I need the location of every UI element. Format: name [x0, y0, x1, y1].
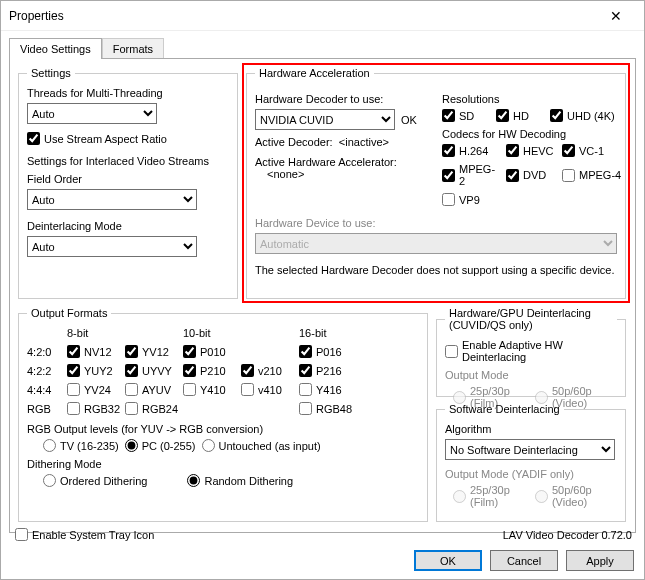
fmt-yv12-checkbox[interactable]	[125, 345, 138, 358]
fmt-rgb24-checkbox[interactable]	[125, 402, 138, 415]
col-16bit: 16-bit	[299, 327, 357, 339]
field-order-label: Field Order	[27, 173, 229, 185]
hw-device-label: Hardware Device to use:	[255, 217, 617, 229]
fmt-p210-checkbox[interactable]	[183, 364, 196, 377]
res-hd-checkbox[interactable]	[496, 109, 509, 122]
fmt-v410-checkbox[interactable]	[241, 383, 254, 396]
dither-ordered-radio[interactable]	[43, 474, 56, 487]
version-label: LAV Video Decoder 0.72.0	[503, 529, 632, 541]
output-formats-legend: Output Formats	[27, 307, 111, 319]
row-rgb: RGB	[27, 403, 67, 415]
fmt-yv24-checkbox[interactable]	[67, 383, 80, 396]
active-accel-value: <none>	[267, 168, 435, 180]
active-decoder-value: <inactive>	[339, 136, 389, 148]
fmt-v210-checkbox[interactable]	[241, 364, 254, 377]
ok-button[interactable]: OK	[414, 550, 482, 571]
stream-aspect-ratio-checkbox[interactable]	[27, 132, 40, 145]
sw-deint-film-radio	[453, 490, 466, 503]
dither-random-radio[interactable]	[187, 474, 200, 487]
fmt-ayuv-checkbox[interactable]	[125, 383, 138, 396]
rgb-untouched-radio[interactable]	[202, 439, 215, 452]
rgb-levels-label: RGB Output levels (for YUV -> RGB conver…	[27, 423, 419, 435]
fmt-yuy2-checkbox[interactable]	[67, 364, 80, 377]
fmt-p010-checkbox[interactable]	[183, 345, 196, 358]
sw-deint-video-radio	[535, 490, 548, 503]
threads-select[interactable]: Auto	[27, 103, 157, 124]
algorithm-select[interactable]: No Software Deinterlacing	[445, 439, 615, 460]
threads-label: Threads for Multi-Threading	[27, 87, 229, 99]
enable-adaptive-hw-deint-checkbox[interactable]	[445, 345, 458, 358]
window-title: Properties	[9, 9, 596, 23]
hw-decoder-select[interactable]: NVIDIA CUVID	[255, 109, 395, 130]
res-uhd-checkbox[interactable]	[550, 109, 563, 122]
fmt-rgb48-checkbox[interactable]	[299, 402, 312, 415]
tab-video-settings[interactable]: Video Settings	[9, 38, 102, 59]
hw-deint-film-radio	[453, 391, 466, 404]
hw-deint-legend: Hardware/GPU Deinterlacing (CUVID/QS onl…	[445, 307, 617, 331]
sw-deint-legend: Software Deinterlacing	[445, 403, 564, 415]
hw-device-warning: The selected Hardware Decoder does not s…	[255, 264, 617, 276]
fmt-uyvy-checkbox[interactable]	[125, 364, 138, 377]
res-sd-checkbox[interactable]	[442, 109, 455, 122]
active-decoder-label: Active Decoder:	[255, 136, 333, 148]
apply-button[interactable]: Apply	[566, 550, 634, 571]
fmt-nv12-checkbox[interactable]	[67, 345, 80, 358]
fmt-rgb32-checkbox[interactable]	[67, 402, 80, 415]
fmt-y416-checkbox[interactable]	[299, 383, 312, 396]
fmt-p216-checkbox[interactable]	[299, 364, 312, 377]
hw-deint-output-mode-label: Output Mode	[445, 369, 617, 381]
sw-deint-output-mode-label: Output Mode (YADIF only)	[445, 468, 617, 480]
codecs-label: Codecs for HW Decoding	[442, 128, 622, 140]
dithering-mode-label: Dithering Mode	[27, 458, 419, 470]
active-accel-label: Active Hardware Accelerator:	[255, 156, 435, 168]
decoder-label: Hardware Decoder to use:	[255, 93, 435, 105]
fmt-y410-checkbox[interactable]	[183, 383, 196, 396]
col-8bit: 8-bit	[67, 327, 183, 339]
system-tray-icon-checkbox[interactable]	[15, 528, 28, 541]
rgb-tv-radio[interactable]	[43, 439, 56, 452]
field-order-select[interactable]: Auto	[27, 189, 197, 210]
row-420: 4:2:0	[27, 346, 67, 358]
cancel-button[interactable]: Cancel	[490, 550, 558, 571]
hw-device-select: Automatic	[255, 233, 617, 254]
close-icon[interactable]: ✕	[596, 8, 636, 24]
hw-deint-video-radio	[535, 391, 548, 404]
deint-mode-label: Deinterlacing Mode	[27, 220, 229, 232]
rgb-pc-radio[interactable]	[125, 439, 138, 452]
algorithm-label: Algorithm	[445, 423, 617, 435]
decoder-status-ok: OK	[401, 114, 417, 126]
codec-vp9-checkbox[interactable]	[442, 193, 455, 206]
settings-legend: Settings	[27, 67, 75, 79]
resolutions-label: Resolutions	[442, 93, 622, 105]
codec-mpeg2-checkbox[interactable]	[442, 169, 455, 182]
hw-accel-legend: Hardware Acceleration	[255, 67, 374, 79]
codec-mpeg4-checkbox[interactable]	[562, 169, 575, 182]
deint-mode-select[interactable]: Auto	[27, 236, 197, 257]
codec-h264-checkbox[interactable]	[442, 144, 455, 157]
row-422: 4:2:2	[27, 365, 67, 377]
row-444: 4:4:4	[27, 384, 67, 396]
codec-hevc-checkbox[interactable]	[506, 144, 519, 157]
fmt-p016-checkbox[interactable]	[299, 345, 312, 358]
tab-formats[interactable]: Formats	[102, 38, 164, 59]
col-10bit: 10-bit	[183, 327, 299, 339]
stream-aspect-ratio-label: Use Stream Aspect Ratio	[44, 133, 167, 145]
interlaced-settings-label: Settings for Interlaced Video Streams	[27, 155, 229, 167]
codec-vc1-checkbox[interactable]	[562, 144, 575, 157]
codec-dvd-checkbox[interactable]	[506, 169, 519, 182]
